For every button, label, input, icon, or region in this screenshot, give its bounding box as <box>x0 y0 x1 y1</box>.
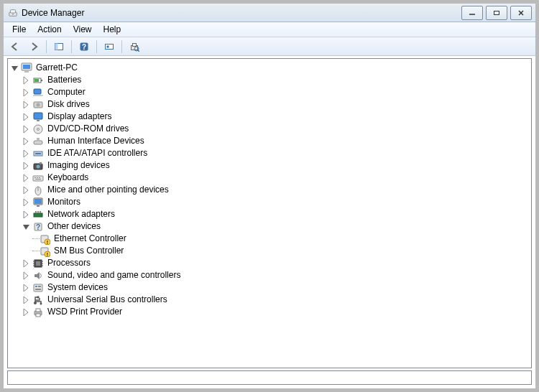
tree-category[interactable]: Processors <box>9 257 531 269</box>
tree-category-label: Display adapters <box>46 111 113 123</box>
expand-handle[interactable] <box>21 111 32 123</box>
tree-category[interactable]: Universal Serial Bus controllers <box>9 294 531 306</box>
expand-handle[interactable] <box>21 258 32 269</box>
svg-rect-1 <box>11 9 16 12</box>
close-button[interactable] <box>510 6 532 20</box>
tree-category-label: Monitors <box>46 196 82 208</box>
expand-handle[interactable] <box>21 270 32 281</box>
tree-root[interactable]: Garrett-PC <box>9 62 531 74</box>
expand-handle[interactable] <box>21 185 32 196</box>
minimize-button[interactable] <box>461 6 483 20</box>
keyboard-icon <box>32 172 44 184</box>
scan-hardware-button[interactable] <box>101 38 118 55</box>
expand-handle[interactable] <box>21 75 32 86</box>
tree-category[interactable]: Display adapters <box>9 111 531 123</box>
tree-category[interactable]: Mice and other pointing devices <box>9 184 531 196</box>
tree-category[interactable]: DVD/CD-ROM drives <box>9 123 531 135</box>
expand-handle[interactable] <box>21 197 32 208</box>
expand-handle[interactable] <box>21 99 32 111</box>
tree-category[interactable]: Sound, video and game controllers <box>9 269 531 281</box>
tree-category-label: Processors <box>46 257 92 269</box>
tree-category[interactable]: Human Interface Devices <box>9 135 531 147</box>
menu-view[interactable]: View <box>68 22 98 37</box>
titlebar: Device Manager <box>4 4 535 22</box>
tree-category[interactable]: Network adapters <box>9 208 531 220</box>
window-title: Device Manager <box>22 8 461 18</box>
network-icon <box>32 209 44 220</box>
collapse-handle[interactable] <box>9 62 21 74</box>
tree-category[interactable]: IDE ATA/ATAPI controllers <box>9 147 531 159</box>
svg-rect-4 <box>494 11 499 14</box>
ide-icon <box>32 148 44 159</box>
toolbar-separator <box>46 40 47 53</box>
device-properties-button[interactable] <box>126 38 143 55</box>
disk-icon <box>32 99 44 111</box>
expand-handle[interactable] <box>21 282 32 294</box>
help-button[interactable]: ? <box>75 38 93 55</box>
tree-device-label: Ethernet Controller <box>52 233 128 245</box>
tree-category[interactable]: Other devices <box>9 220 531 233</box>
tree-category[interactable]: Batteries <box>9 74 531 86</box>
svg-point-2 <box>12 13 14 14</box>
svg-line-16 <box>138 50 139 52</box>
window-buttons <box>461 6 532 20</box>
toolbar-separator <box>121 40 122 53</box>
mouse-icon <box>32 185 44 196</box>
tree-category[interactable]: Disk drives <box>9 98 531 111</box>
tree-category-label: Keyboards <box>46 172 90 184</box>
menu-action[interactable]: Action <box>32 22 67 37</box>
expand-handle[interactable] <box>21 172 32 184</box>
tree-device[interactable]: SM Bus Controller <box>9 245 531 257</box>
menu-file[interactable]: File <box>6 22 32 37</box>
tree-category-label: Universal Serial Bus controllers <box>46 294 169 306</box>
expand-handle[interactable] <box>21 136 32 147</box>
expand-handle[interactable] <box>21 148 32 159</box>
display-icon <box>32 111 44 123</box>
tree-category-label: IDE ATA/ATAPI controllers <box>46 147 149 159</box>
console-tree-icon <box>54 42 64 52</box>
tree-category-label: Computer <box>46 86 87 98</box>
device-manager-window: Device Manager File Action View Help <box>0 0 539 392</box>
svg-text:?: ? <box>82 43 86 51</box>
tree-category[interactable]: Keyboards <box>9 172 531 184</box>
properties-icon <box>129 42 139 52</box>
expand-handle[interactable] <box>21 123 32 135</box>
device-tree[interactable]: Garrett-PCBatteriesComputerDisk drivesDi… <box>7 58 532 368</box>
expand-handle[interactable] <box>21 209 32 220</box>
statusbar <box>7 370 532 385</box>
menu-help[interactable]: Help <box>98 22 127 37</box>
processor-icon <box>32 258 44 269</box>
collapse-handle[interactable] <box>21 221 32 233</box>
scan-hardware-icon <box>104 42 114 52</box>
tree-category-label: Disk drives <box>46 98 91 111</box>
show-hide-console-tree-button[interactable] <box>50 38 68 55</box>
tree-category-label: WSD Print Provider <box>46 306 124 318</box>
svg-line-5 <box>519 11 523 15</box>
back-button[interactable] <box>6 38 24 55</box>
monitor-icon <box>32 197 44 208</box>
tree-category-label: System devices <box>46 281 109 294</box>
tree-category-label: DVD/CD-ROM drives <box>46 123 130 135</box>
tree-category[interactable]: WSD Print Provider <box>9 306 531 318</box>
tree-category[interactable]: Imaging devices <box>9 159 531 172</box>
expand-handle[interactable] <box>21 307 32 318</box>
expand-handle[interactable] <box>21 294 32 306</box>
tree-category-label: Other devices <box>46 220 102 233</box>
tree-category-label: Human Interface Devices <box>46 135 146 147</box>
usb-icon <box>32 294 44 306</box>
tree-category[interactable]: Computer <box>9 86 531 98</box>
unknown-icon <box>39 233 50 245</box>
toolbar: ? <box>4 37 535 56</box>
tree-category[interactable]: Monitors <box>9 196 531 208</box>
svg-rect-8 <box>55 43 58 50</box>
tree-device[interactable]: Ethernet Controller <box>9 233 531 245</box>
tree-category-label: Batteries <box>46 74 83 86</box>
app-icon <box>7 7 19 19</box>
tree-category[interactable]: System devices <box>9 281 531 294</box>
menubar: File Action View Help <box>4 22 535 37</box>
expand-handle[interactable] <box>21 160 32 172</box>
maximize-button[interactable] <box>486 6 507 20</box>
forward-button[interactable] <box>25 38 42 55</box>
svg-rect-14 <box>133 43 137 46</box>
expand-handle[interactable] <box>21 87 32 98</box>
